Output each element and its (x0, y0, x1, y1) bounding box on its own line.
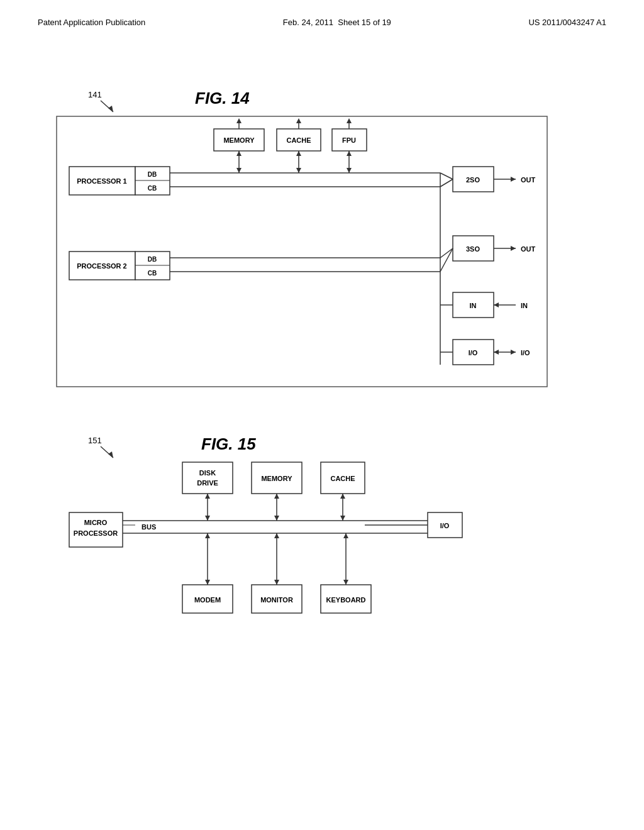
svg-text:MEMORY: MEMORY (261, 475, 292, 482)
svg-text:CB: CB (148, 185, 157, 192)
fig15-diagram: 151 FIG. 15 DISK DRIVE MEMORY CACHE I/O … (38, 421, 591, 660)
svg-marker-92 (205, 516, 210, 521)
svg-text:2SO: 2SO (466, 176, 480, 184)
svg-marker-114 (343, 533, 348, 538)
svg-line-66 (440, 248, 453, 272)
fig14-diagram: 141 FIG. 14 MEMORY CACHE FPU PROCESSOR 1… (38, 75, 591, 396)
svg-text:IN: IN (521, 302, 528, 309)
svg-marker-97 (340, 494, 345, 499)
svg-marker-98 (340, 516, 345, 521)
svg-marker-91 (205, 494, 210, 499)
svg-text:DB: DB (148, 171, 157, 178)
svg-text:FIG.  15: FIG. 15 (201, 434, 256, 453)
svg-marker-72 (108, 451, 113, 458)
svg-text:MONITOR: MONITOR (260, 596, 293, 604)
svg-marker-27 (236, 168, 242, 173)
svg-text:KEYBOARD: KEYBOARD (326, 596, 366, 604)
svg-text:I/O: I/O (469, 349, 478, 357)
svg-marker-55 (494, 302, 499, 307)
svg-text:MODEM: MODEM (194, 596, 221, 604)
svg-marker-33 (347, 168, 352, 173)
svg-text:141: 141 (88, 90, 102, 99)
svg-text:DISK: DISK (199, 469, 216, 477)
header-left: Patent Application Publication (38, 18, 145, 27)
svg-marker-107 (205, 580, 210, 585)
svg-marker-60 (494, 350, 499, 355)
svg-marker-26 (236, 151, 242, 156)
svg-text:CB: CB (148, 270, 157, 277)
svg-marker-110 (274, 580, 279, 585)
svg-line-64 (440, 179, 453, 187)
svg-line-65 (440, 248, 453, 258)
svg-text:MEMORY: MEMORY (223, 136, 255, 144)
svg-marker-95 (274, 516, 279, 521)
svg-text:DB: DB (148, 256, 157, 263)
svg-text:PROCESSOR: PROCESSOR (74, 529, 118, 537)
svg-marker-30 (296, 168, 301, 173)
svg-rect-74 (182, 462, 233, 494)
page-header: Patent Application Publication Feb. 24, … (0, 0, 644, 27)
svg-text:3SO: 3SO (466, 245, 480, 253)
svg-marker-61 (511, 350, 516, 355)
svg-marker-111 (274, 533, 279, 538)
svg-marker-14 (296, 118, 301, 123)
svg-marker-94 (274, 494, 279, 499)
svg-text:I/O: I/O (521, 349, 530, 357)
svg-marker-12 (236, 118, 242, 123)
svg-text:OUT: OUT (521, 245, 536, 253)
svg-text:CACHE: CACHE (286, 136, 311, 144)
svg-marker-16 (347, 118, 352, 123)
svg-text:FPU: FPU (342, 136, 356, 144)
svg-text:FIG.  14: FIG. 14 (195, 89, 250, 108)
svg-marker-2 (108, 106, 113, 112)
svg-text:OUT: OUT (521, 176, 536, 184)
svg-marker-29 (296, 151, 301, 156)
header-right: US 2011/0043247 A1 (528, 18, 606, 27)
svg-text:BUS: BUS (142, 523, 156, 531)
svg-text:I/O: I/O (440, 522, 450, 529)
svg-text:MICRO: MICRO (84, 519, 108, 526)
svg-marker-45 (511, 177, 516, 182)
svg-text:151: 151 (88, 436, 102, 445)
svg-marker-108 (205, 533, 210, 538)
svg-text:CACHE: CACHE (330, 475, 355, 482)
svg-text:IN: IN (470, 302, 477, 309)
svg-text:PROCESSOR 2: PROCESSOR 2 (77, 262, 126, 270)
svg-text:DRIVE: DRIVE (197, 479, 218, 487)
svg-marker-113 (343, 580, 348, 585)
svg-marker-32 (347, 151, 352, 156)
svg-text:PROCESSOR 1: PROCESSOR 1 (77, 177, 126, 185)
header-center: Feb. 24, 2011 Sheet 15 of 19 (283, 18, 391, 27)
svg-marker-50 (511, 246, 516, 251)
svg-line-63 (440, 173, 453, 179)
